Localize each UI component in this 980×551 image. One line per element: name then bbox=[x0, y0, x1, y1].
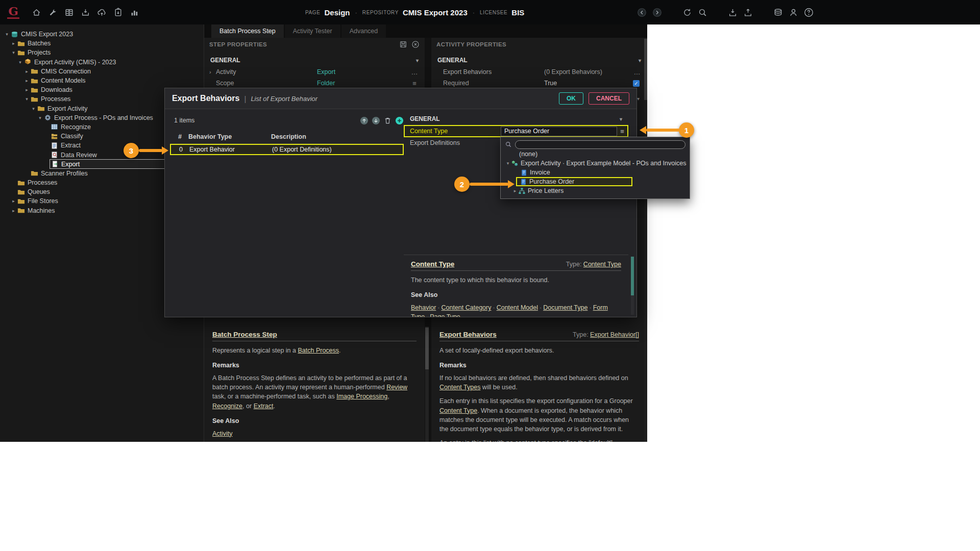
tree-item-batches[interactable]: ▸ Batches bbox=[0, 39, 204, 48]
add-icon[interactable] bbox=[395, 116, 404, 125]
doc-link-content-model[interactable]: Content Model bbox=[497, 304, 538, 311]
activity-general-section[interactable]: GENERAL ▾ bbox=[431, 54, 647, 66]
dropdown-option-price-letters[interactable]: ▸Price Letters bbox=[501, 186, 690, 195]
checkbox-checked-icon[interactable]: ✓ bbox=[633, 80, 640, 87]
content-type-row[interactable]: Content Type Purchase Order ≡ bbox=[404, 125, 628, 137]
doc-link-review[interactable]: Review bbox=[386, 384, 407, 391]
table-row[interactable]: 0 Export Behavior (0 Export Definitions) bbox=[170, 144, 404, 155]
column-header-[interactable]: # bbox=[178, 133, 188, 140]
chart-icon[interactable] bbox=[130, 8, 139, 17]
help-icon[interactable] bbox=[804, 8, 814, 17]
search-icon[interactable] bbox=[698, 8, 707, 17]
doc-link-content-category[interactable]: Content Category bbox=[442, 304, 492, 311]
tree-expanded-icon[interactable]: ▾ bbox=[24, 96, 30, 102]
property-row-export-behaviors[interactable]: Export Behaviors (0 Export Behaviors) … bbox=[431, 66, 647, 78]
save-icon[interactable] bbox=[399, 40, 407, 48]
ellipsis-button[interactable]: … bbox=[632, 68, 642, 76]
stack-icon[interactable] bbox=[773, 8, 783, 17]
tree-collapsed-icon[interactable]: ▸ bbox=[11, 41, 16, 46]
clipboard-icon[interactable] bbox=[113, 8, 123, 17]
expander-icon[interactable]: › bbox=[209, 69, 216, 75]
property-row-activity[interactable]: › Activity Export … bbox=[204, 66, 425, 78]
menu-button[interactable]: ≡ bbox=[409, 80, 420, 87]
dropdown-option-purchase-order[interactable]: Purchase Order bbox=[501, 177, 690, 186]
download-icon[interactable] bbox=[728, 8, 738, 17]
doc-heading[interactable]: Content Type bbox=[411, 260, 454, 268]
checkin-icon[interactable] bbox=[81, 8, 90, 17]
doc-link-document-type[interactable]: Document Type bbox=[543, 304, 587, 311]
tree-expanded-icon[interactable]: ▾ bbox=[37, 115, 43, 120]
chevron-expanded-icon[interactable]: ▾ bbox=[505, 161, 511, 166]
column-header-description[interactable]: Description bbox=[271, 133, 404, 140]
doc-heading[interactable]: Batch Process Step bbox=[212, 331, 277, 338]
doc-link-batch-process[interactable]: Batch Process bbox=[298, 347, 339, 354]
type-link[interactable]: Content Type bbox=[583, 261, 621, 268]
cancel-button[interactable]: CANCEL bbox=[589, 92, 629, 105]
cabinet-icon[interactable] bbox=[64, 8, 74, 17]
upload-icon[interactable] bbox=[743, 8, 753, 17]
grooper-logo[interactable]: G bbox=[7, 6, 19, 19]
behavior-general-section[interactable]: GENERAL ▾ bbox=[404, 113, 628, 125]
tree-collapsed-icon[interactable]: ▸ bbox=[24, 87, 30, 92]
tab-advanced[interactable]: Advanced bbox=[341, 24, 386, 38]
menu-button[interactable]: ≡ bbox=[617, 128, 627, 135]
tree-collapsed-icon[interactable]: ▸ bbox=[11, 198, 16, 204]
panel-scrollbar[interactable] bbox=[644, 38, 647, 442]
content-type-value[interactable]: Purchase Order bbox=[501, 127, 617, 136]
dropdown-option-invoice[interactable]: Invoice bbox=[501, 168, 690, 177]
dropdown-option-root[interactable]: ▾ Export Activity · Export Example Model… bbox=[501, 159, 690, 168]
doc-link-content-type[interactable]: Content Type bbox=[439, 407, 477, 414]
tree-expanded-icon[interactable]: ▾ bbox=[31, 106, 36, 111]
cloudup-icon[interactable] bbox=[97, 8, 107, 17]
tree-item-projects[interactable]: ▾ Projects bbox=[0, 48, 204, 57]
doc-link-recognize[interactable]: Recognize bbox=[212, 403, 242, 410]
repository-name[interactable]: CMIS Export 2023 bbox=[403, 8, 468, 17]
page-name[interactable]: Design bbox=[324, 8, 350, 17]
fwd-icon[interactable] bbox=[652, 8, 662, 17]
tree-collapsed-icon[interactable]: ▸ bbox=[11, 208, 16, 213]
type-link[interactable]: Export Behavior[] bbox=[590, 331, 639, 338]
chevron-down-icon[interactable]: ▾ bbox=[637, 96, 640, 102]
tree-expanded-icon[interactable]: ▾ bbox=[4, 32, 10, 37]
doc-link-behavior[interactable]: Behavior bbox=[411, 304, 436, 311]
doc-link-extract[interactable]: Extract bbox=[254, 403, 274, 410]
content-type-search-input[interactable] bbox=[515, 140, 685, 149]
tree-expanded-icon[interactable]: ▾ bbox=[17, 60, 23, 65]
close-icon[interactable] bbox=[411, 40, 420, 48]
doc-link-activity[interactable]: Activity bbox=[212, 430, 233, 437]
ellipsis-button[interactable]: … bbox=[409, 68, 420, 76]
property-row-scope[interactable]: Scope Folder ≡ bbox=[204, 78, 425, 89]
chevron-down-icon[interactable]: ▾ bbox=[639, 58, 641, 63]
tab-activity-tester[interactable]: Activity Tester bbox=[285, 24, 340, 38]
tools-icon[interactable] bbox=[48, 8, 58, 17]
refresh-icon[interactable] bbox=[682, 8, 692, 17]
tree-collapsed-icon[interactable]: ▸ bbox=[24, 78, 30, 83]
tree-item-cmis-connection[interactable]: ▸ CMIS Connection bbox=[0, 67, 204, 76]
doc-link-content-types[interactable]: Content Types bbox=[439, 384, 480, 391]
chevron-collapsed-icon[interactable]: ▸ bbox=[512, 188, 518, 193]
step-general-section[interactable]: GENERAL ▾ bbox=[204, 54, 425, 66]
ok-button[interactable]: OK bbox=[559, 92, 583, 105]
tree-item-content-models[interactable]: ▸ Content Models bbox=[0, 76, 204, 85]
tab-batch-process-step[interactable]: Batch Process Step bbox=[211, 24, 284, 38]
property-row-required[interactable]: Required True ✓ bbox=[431, 78, 647, 89]
tree-item-export-activity-cmis-2023[interactable]: ▾ Export Activity (CMIS) - 2023 bbox=[0, 58, 204, 67]
tree-item-cmis-export-2023[interactable]: ▾ CMIS Export 2023 bbox=[0, 30, 204, 39]
tree-expanded-icon[interactable]: ▾ bbox=[11, 50, 16, 55]
move-up-icon[interactable] bbox=[360, 116, 369, 125]
doc-link-image-processing[interactable]: Image Processing bbox=[336, 393, 387, 400]
doc-scrollbar[interactable] bbox=[425, 327, 429, 442]
user-icon[interactable] bbox=[789, 8, 798, 17]
tree-collapsed-icon[interactable]: ▸ bbox=[24, 69, 30, 74]
delete-icon[interactable] bbox=[383, 116, 392, 125]
move-down-icon[interactable] bbox=[372, 116, 380, 125]
doc-link-page-type[interactable]: Page Type bbox=[430, 313, 460, 317]
home-icon[interactable] bbox=[32, 8, 41, 17]
dropdown-option-none[interactable]: (none) bbox=[501, 149, 690, 159]
chevron-down-icon[interactable]: ▾ bbox=[416, 58, 419, 63]
back-icon[interactable] bbox=[637, 8, 647, 17]
column-header-behavior-type[interactable]: Behavior Type bbox=[188, 133, 271, 140]
doc-scrollbar[interactable] bbox=[631, 257, 634, 315]
chevron-down-icon[interactable]: ▾ bbox=[620, 116, 622, 122]
doc-heading[interactable]: Export Behaviors bbox=[439, 331, 497, 338]
